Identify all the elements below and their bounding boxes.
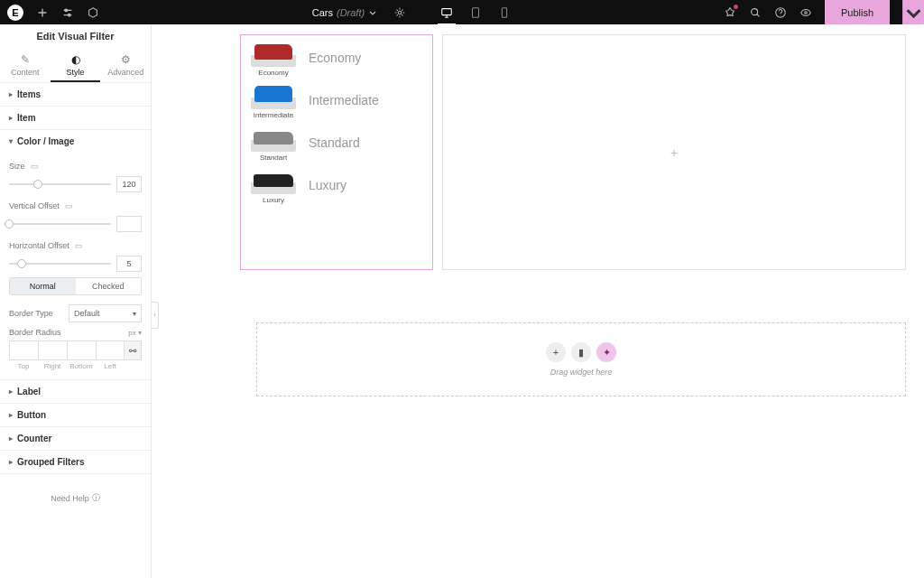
svg-point-8 xyxy=(805,11,808,14)
thumbnail-caption: Economy xyxy=(245,69,301,77)
responsive-icon[interactable]: ▭ xyxy=(31,162,39,171)
editor-canvas[interactable]: ‹ Economy Economy Intermediate Intermedi… xyxy=(152,24,924,578)
responsive-icon[interactable]: ▭ xyxy=(65,201,73,210)
border-type-select[interactable]: Default▾ xyxy=(69,304,142,322)
responsive-icon[interactable]: ▭ xyxy=(75,241,83,250)
voffset-slider[interactable] xyxy=(9,223,111,225)
section-grouped-filters[interactable]: ▸Grouped Filters xyxy=(0,451,151,473)
unit-toggle[interactable]: px ▾ xyxy=(128,329,142,337)
filter-label: Intermediate xyxy=(309,93,379,107)
add-widget-placeholder[interactable]: + xyxy=(670,145,678,160)
section-item[interactable]: ▸Item xyxy=(0,107,151,129)
section-items[interactable]: ▸Items xyxy=(0,83,151,106)
svg-rect-4 xyxy=(473,7,479,17)
radius-left-input[interactable] xyxy=(96,340,125,360)
caret-right-icon: ▸ xyxy=(9,458,13,466)
gear-icon: ⚙ xyxy=(100,53,151,66)
size-label: Size xyxy=(9,162,25,171)
hoffset-input[interactable] xyxy=(116,256,142,272)
caret-right-icon: ▸ xyxy=(9,411,13,419)
mobile-device-icon[interactable] xyxy=(498,6,511,19)
section-counter[interactable]: ▸Counter xyxy=(0,427,151,450)
settings-sliders-icon[interactable] xyxy=(61,6,74,19)
elementor-logo[interactable]: E xyxy=(7,5,23,21)
add-widget-button[interactable]: + xyxy=(546,342,566,362)
filter-label: Luxury xyxy=(309,178,346,192)
caret-right-icon: ▸ xyxy=(9,90,13,98)
page-name[interactable]: Cars (Draft) xyxy=(312,6,377,19)
radius-right-input[interactable] xyxy=(38,340,67,360)
collapse-panel-button[interactable]: ‹ xyxy=(152,302,159,329)
filter-item-economy[interactable]: Economy Economy xyxy=(242,36,431,79)
pencil-icon: ✎ xyxy=(0,53,51,66)
need-help-link[interactable]: Need Helpⓘ xyxy=(0,492,151,504)
svg-rect-3 xyxy=(442,8,452,14)
car-thumbnail xyxy=(251,169,296,194)
filter-item-standard[interactable]: Standart Standard xyxy=(242,121,431,163)
car-thumbnail xyxy=(251,42,296,67)
widget-dropzone[interactable]: + ▮ ✦ Drag widget here xyxy=(256,322,906,396)
svg-point-2 xyxy=(398,11,402,14)
border-type-label: Border Type xyxy=(9,309,63,318)
caret-right-icon: ▸ xyxy=(9,387,13,396)
corner-label: Bottom xyxy=(67,362,96,370)
tablet-device-icon[interactable] xyxy=(469,6,482,19)
template-library-button[interactable]: ▮ xyxy=(571,342,591,362)
structure-icon[interactable] xyxy=(87,6,99,19)
filter-item-intermediate[interactable]: Intermediate Intermediate xyxy=(242,79,431,121)
empty-column[interactable]: + xyxy=(442,34,906,270)
tab-style[interactable]: ◐Style xyxy=(51,48,101,82)
visual-filter-widget[interactable]: Economy Economy Intermediate Intermediat… xyxy=(240,34,433,270)
svg-point-6 xyxy=(752,8,758,14)
filter-label: Economy xyxy=(309,51,361,65)
size-input[interactable] xyxy=(116,176,142,192)
state-normal-button[interactable]: Normal xyxy=(10,278,76,294)
search-icon[interactable] xyxy=(749,6,762,19)
editor-sidebar: Edit Visual Filter ✎Content ◐Style ⚙Adva… xyxy=(0,24,152,578)
page-settings-icon[interactable] xyxy=(393,6,406,19)
publish-button[interactable]: Publish xyxy=(825,0,890,24)
svg-rect-5 xyxy=(503,7,507,17)
link-icon: ⚯ xyxy=(129,346,136,356)
car-thumbnail xyxy=(251,126,296,152)
filter-item-luxury[interactable]: Luxury Luxury xyxy=(242,163,431,206)
tab-advanced[interactable]: ⚙Advanced xyxy=(100,48,151,82)
voffset-label: Vertical Offset xyxy=(9,201,60,210)
preview-icon[interactable] xyxy=(799,6,812,19)
car-thumbnail xyxy=(251,84,296,109)
dropzone-hint: Drag widget here xyxy=(550,368,613,377)
radius-bottom-input[interactable] xyxy=(67,340,96,360)
radius-top-input[interactable] xyxy=(9,340,38,360)
chevron-down-icon: ▾ xyxy=(133,310,136,318)
caret-right-icon: ▸ xyxy=(9,114,13,122)
section-color-image[interactable]: ▾Color / Image xyxy=(0,130,151,153)
tab-content[interactable]: ✎Content xyxy=(0,48,51,82)
voffset-input[interactable] xyxy=(116,216,142,232)
state-checked-button[interactable]: Checked xyxy=(76,278,142,294)
section-button[interactable]: ▸Button xyxy=(0,404,151,426)
add-element-icon[interactable] xyxy=(36,6,49,19)
size-slider[interactable] xyxy=(9,183,111,185)
caret-down-icon: ▾ xyxy=(9,137,13,145)
hoffset-slider[interactable] xyxy=(9,263,111,265)
thumbnail-caption: Intermediate xyxy=(245,111,301,119)
svg-point-1 xyxy=(68,14,70,16)
help-icon[interactable] xyxy=(774,6,787,19)
hoffset-label: Horizontal Offset xyxy=(9,241,69,250)
thumbnail-caption: Luxury xyxy=(245,196,301,204)
filter-label: Standard xyxy=(309,135,360,150)
panel-tabs: ✎Content ◐Style ⚙Advanced xyxy=(0,48,151,83)
ai-button[interactable]: ✦ xyxy=(596,342,616,362)
publish-options-button[interactable] xyxy=(902,0,924,24)
folder-icon: ▮ xyxy=(578,347,584,359)
contrast-icon: ◐ xyxy=(51,53,101,66)
link-values-button[interactable]: ⚯ xyxy=(124,340,142,360)
desktop-device-icon[interactable] xyxy=(440,6,453,19)
notifications-icon[interactable] xyxy=(724,6,736,19)
panel-title: Edit Visual Filter xyxy=(0,24,151,48)
section-label[interactable]: ▸Label xyxy=(0,380,151,403)
sparkle-icon: ✦ xyxy=(603,347,611,359)
plus-icon: + xyxy=(553,347,559,358)
caret-right-icon: ▸ xyxy=(9,434,13,443)
corner-label: Left xyxy=(96,362,125,370)
